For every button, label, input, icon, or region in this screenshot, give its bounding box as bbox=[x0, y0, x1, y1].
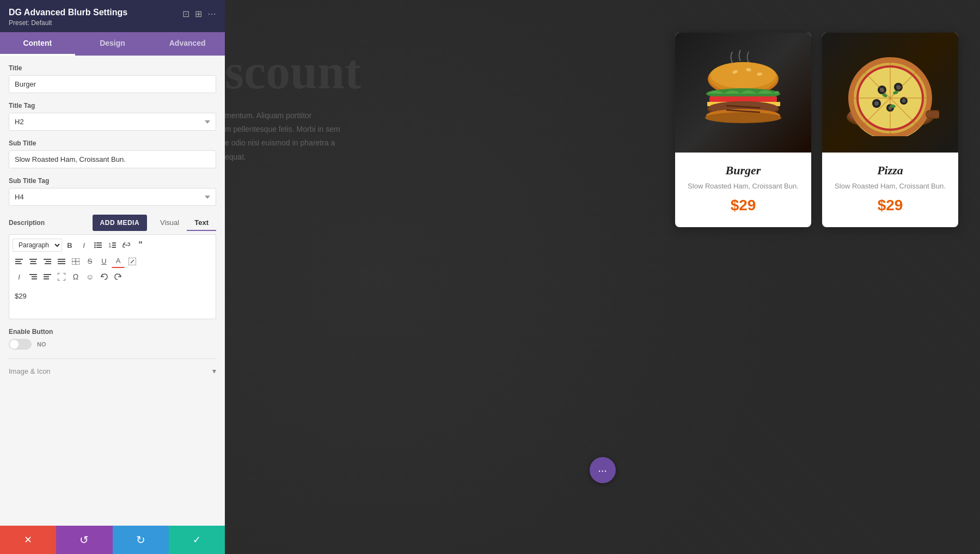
bg-subtitle-text: mentum. Aliquam porttitor m pellentesque… bbox=[225, 109, 340, 164]
emoji-button[interactable]: ☺ bbox=[83, 270, 96, 283]
toolbar-row-2: S U A bbox=[13, 253, 212, 269]
format-select[interactable]: Paragraph Heading 1 Heading 2 bbox=[13, 239, 62, 252]
pizza-svg bbox=[841, 49, 939, 136]
header-icon-2[interactable]: ⊞ bbox=[195, 9, 202, 19]
outdent-button[interactable] bbox=[41, 272, 54, 282]
undo-editor-button[interactable] bbox=[97, 271, 111, 282]
svg-point-61 bbox=[874, 101, 879, 106]
align-center-button[interactable] bbox=[27, 257, 40, 266]
reset-icon: ↺ bbox=[79, 533, 89, 546]
italic-button[interactable]: I bbox=[77, 239, 90, 252]
svg-point-0 bbox=[94, 242, 96, 244]
subtitle-tag-field-group: Sub Title Tag H1 H2 H3 H4 H5 H6 bbox=[9, 177, 216, 206]
redo-editor-button[interactable] bbox=[112, 271, 125, 282]
description-editor[interactable]: $29 bbox=[9, 287, 216, 319]
svg-rect-3 bbox=[96, 245, 102, 246]
bold-button[interactable]: B bbox=[63, 239, 76, 252]
toolbar-row-3: I Ω ☺ bbox=[13, 269, 212, 284]
settings-panel: DG Advanced Blurb Settings Preset: Defau… bbox=[0, 0, 225, 554]
strikethrough-button[interactable]: S bbox=[83, 255, 96, 267]
description-label: Description bbox=[9, 219, 45, 227]
panel-header: DG Advanced Blurb Settings Preset: Defau… bbox=[0, 0, 225, 32]
toggle-row: NO bbox=[9, 339, 216, 350]
cards-container: Burger Slow Roasted Ham, Croissant Bun. … bbox=[675, 33, 958, 227]
image-icon-section: Image & Icon ▾ bbox=[9, 358, 216, 375]
header-icon-3[interactable]: ⋯ bbox=[207, 9, 216, 19]
title-field-group: Title bbox=[9, 64, 216, 93]
floating-action-button[interactable]: ··· bbox=[590, 457, 616, 483]
svg-rect-10 bbox=[15, 259, 23, 260]
title-input[interactable] bbox=[9, 75, 216, 93]
svg-rect-9 bbox=[112, 247, 116, 248]
title-tag-field-group: Title Tag H1 H2 H3 H4 H5 H6 bbox=[9, 102, 216, 131]
svg-rect-30 bbox=[44, 274, 51, 275]
svg-point-63 bbox=[902, 99, 906, 103]
svg-rect-14 bbox=[30, 261, 36, 262]
table-button[interactable] bbox=[69, 256, 82, 267]
visual-tab[interactable]: Visual bbox=[152, 215, 187, 231]
svg-rect-1 bbox=[96, 242, 102, 243]
svg-rect-40 bbox=[709, 96, 777, 102]
enable-button-toggle[interactable] bbox=[9, 339, 32, 350]
link-button[interactable] bbox=[120, 240, 133, 250]
tabs-bar: Content Design Advanced bbox=[0, 32, 225, 56]
subtitle-tag-select[interactable]: H1 H2 H3 H4 H5 H6 bbox=[9, 188, 216, 206]
subtitle-tag-label: Sub Title Tag bbox=[9, 177, 216, 185]
svg-rect-31 bbox=[44, 276, 49, 277]
align-justify-button[interactable] bbox=[55, 257, 68, 266]
reset-button[interactable]: ↺ bbox=[56, 526, 112, 554]
title-tag-select[interactable]: H1 H2 H3 H4 H5 H6 bbox=[9, 113, 216, 131]
burger-card: Burger Slow Roasted Ham, Croissant Bun. … bbox=[675, 33, 811, 227]
underline-button[interactable]: U bbox=[97, 255, 111, 267]
pizza-card-price: $29 bbox=[831, 197, 950, 214]
header-icon-1[interactable]: ⊡ bbox=[182, 9, 189, 19]
burger-card-title: Burger bbox=[684, 163, 803, 178]
clear-format-button[interactable] bbox=[126, 255, 139, 267]
title-label: Title bbox=[9, 64, 216, 72]
canvas: scount mentum. Aliquam porttitor m pelle… bbox=[225, 0, 980, 554]
italic2-button[interactable]: I bbox=[13, 271, 26, 283]
fullscreen-button[interactable] bbox=[55, 271, 68, 283]
svg-rect-15 bbox=[30, 263, 36, 264]
font-color-button[interactable]: A bbox=[112, 254, 125, 268]
svg-point-4 bbox=[94, 247, 96, 248]
visual-text-tabs: Visual Text bbox=[152, 215, 216, 231]
ul-button[interactable] bbox=[91, 240, 105, 251]
ol-button[interactable]: 1. bbox=[106, 240, 119, 251]
undo-button[interactable]: ↻ bbox=[113, 526, 169, 554]
subtitle-label: Sub Title bbox=[9, 139, 216, 147]
panel-title: DG Advanced Blurb Settings bbox=[9, 8, 182, 17]
svg-point-45 bbox=[705, 112, 781, 123]
svg-line-26 bbox=[131, 260, 134, 263]
toggle-state-label: NO bbox=[37, 341, 46, 348]
save-button[interactable]: ✓ bbox=[169, 526, 225, 554]
burger-svg bbox=[700, 49, 787, 136]
svg-point-35 bbox=[710, 62, 776, 88]
pizza-card-image bbox=[822, 33, 958, 153]
subtitle-field-group: Sub Title bbox=[9, 139, 216, 168]
tab-design[interactable]: Design bbox=[75, 32, 150, 56]
tab-advanced[interactable]: Advanced bbox=[150, 32, 225, 56]
subtitle-input[interactable] bbox=[9, 150, 216, 168]
align-left-button[interactable] bbox=[13, 257, 26, 266]
bg-decorative-text: scount bbox=[225, 44, 361, 100]
text-tab[interactable]: Text bbox=[187, 215, 216, 231]
panel-header-left: DG Advanced Blurb Settings Preset: Defau… bbox=[9, 8, 182, 27]
svg-rect-5 bbox=[96, 247, 102, 248]
svg-rect-20 bbox=[58, 261, 65, 262]
burger-card-image bbox=[675, 33, 811, 153]
pizza-card-title: Pizza bbox=[831, 163, 950, 178]
omega-button[interactable]: Ω bbox=[69, 270, 82, 283]
svg-rect-13 bbox=[29, 259, 37, 260]
description-top-row: Description ADD MEDIA Visual Text bbox=[9, 215, 216, 231]
discard-button[interactable]: ✕ bbox=[0, 526, 56, 554]
chevron-down-icon: ▾ bbox=[212, 367, 216, 375]
tab-content[interactable]: Content bbox=[0, 32, 75, 56]
indent-button[interactable] bbox=[27, 272, 40, 282]
fab-dots-icon: ··· bbox=[598, 464, 607, 477]
align-right-button[interactable] bbox=[41, 257, 54, 266]
pizza-card: Pizza Slow Roasted Ham, Croissant Bun. $… bbox=[822, 33, 958, 227]
quote-button[interactable]: " bbox=[134, 238, 147, 252]
add-media-button[interactable]: ADD MEDIA bbox=[93, 215, 148, 231]
image-icon-header[interactable]: Image & Icon ▾ bbox=[9, 359, 216, 375]
